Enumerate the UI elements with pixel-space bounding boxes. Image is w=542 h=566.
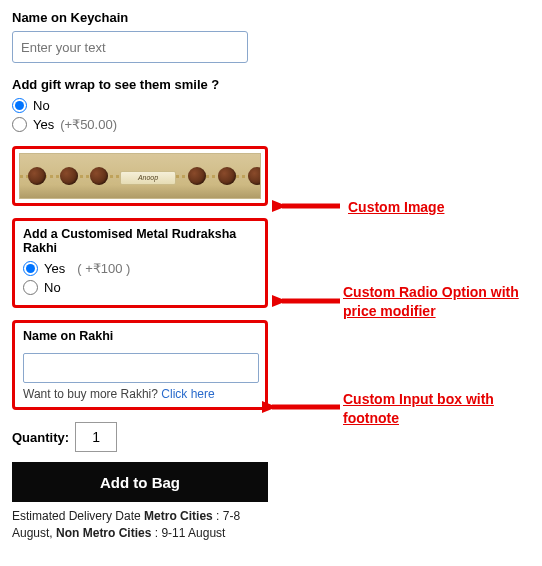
giftwrap-no-option[interactable]: No (12, 98, 268, 113)
giftwrap-question: Add gift wrap to see them smile ? (12, 77, 268, 92)
annotation-custom-radio: Custom Radio Option with price modifier (343, 283, 523, 321)
custom-rakhi-yes-label: Yes (44, 261, 65, 276)
custom-rakhi-question: Add a Customised Metal Rudraksha Rakhi (23, 227, 257, 255)
rakhi-footnote-text: Want to buy more Rakhi? (23, 387, 158, 401)
delivery-prefix: Estimated Delivery Date (12, 509, 141, 523)
giftwrap-yes-radio[interactable] (12, 117, 27, 132)
quantity-input[interactable] (75, 422, 117, 452)
rakhi-footnote: Want to buy more Rakhi? Click here (23, 387, 257, 401)
delivery-metro-label: Metro Cities (144, 509, 213, 523)
custom-rakhi-no-radio[interactable] (23, 280, 38, 295)
giftwrap-no-radio[interactable] (12, 98, 27, 113)
custom-rakhi-yes-option[interactable]: Yes ( +₹100 ) (23, 261, 257, 276)
rakhi-footnote-link[interactable]: Click here (161, 387, 214, 401)
name-on-rakhi-label: Name on Rakhi (23, 329, 257, 343)
keychain-input[interactable] (12, 31, 248, 63)
custom-rakhi-yes-radio[interactable] (23, 261, 38, 276)
delivery-text: Estimated Delivery Date Metro Cities : 7… (12, 508, 268, 543)
delivery-nonmetro-label: Non Metro Cities (56, 526, 151, 540)
add-to-bag-label: Add to Bag (100, 474, 180, 491)
keychain-label: Name on Keychain (12, 10, 268, 25)
arrow-icon (272, 290, 342, 312)
giftwrap-yes-label: Yes (33, 117, 54, 132)
giftwrap-yes-option[interactable]: Yes (+₹50.00) (12, 117, 268, 132)
product-plate: Anoop (120, 171, 176, 185)
name-on-rakhi-input[interactable] (23, 353, 259, 383)
custom-rakhi-yes-price: ( +₹100 ) (77, 261, 130, 276)
arrow-icon (272, 195, 342, 217)
giftwrap-yes-price: (+₹50.00) (60, 117, 117, 132)
custom-image-box: Anoop (12, 146, 268, 206)
quantity-label: Quantity: (12, 430, 69, 445)
add-to-bag-button[interactable]: Add to Bag (12, 462, 268, 502)
product-image: Anoop (19, 153, 261, 199)
custom-input-box: Name on Rakhi Want to buy more Rakhi? Cl… (12, 320, 268, 410)
annotation-custom-input: Custom Input box with footnote (343, 390, 523, 428)
custom-rakhi-no-option[interactable]: No (23, 280, 257, 295)
custom-rakhi-no-label: No (44, 280, 61, 295)
giftwrap-no-label: No (33, 98, 50, 113)
annotation-custom-image: Custom Image (348, 198, 444, 217)
custom-radio-box: Add a Customised Metal Rudraksha Rakhi Y… (12, 218, 268, 308)
delivery-nonmetro-dates: 9-11 August (161, 526, 225, 540)
